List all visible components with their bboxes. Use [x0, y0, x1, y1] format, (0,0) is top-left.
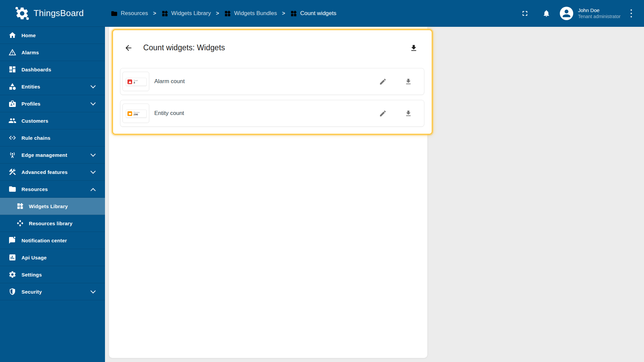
message-icon: [8, 236, 16, 244]
sidebar-item-alarms[interactable]: Alarms: [0, 44, 105, 61]
alarms-icon: [8, 48, 16, 56]
breadcrumb-label: Widgets Library: [171, 10, 211, 17]
chevron-down-icon: [91, 83, 96, 88]
user-info: John Doe Tenant administrator: [578, 7, 621, 19]
topbar-right: John Doe Tenant administrator: [521, 7, 635, 20]
sidebar-item-label: Security: [21, 289, 42, 295]
customers-icon: [8, 117, 16, 125]
main-content: Count widgets: Widgets Total 3 Alarm cou…: [105, 27, 644, 362]
sidebar-item-security[interactable]: Security: [0, 283, 105, 300]
thingsboard-logo-icon: [15, 6, 30, 21]
sidebar-item-notification-center[interactable]: Notification center: [0, 232, 105, 249]
widgets-icon: [161, 10, 168, 17]
widget-preview-text: Device 296: [133, 111, 140, 116]
home-icon: [8, 31, 16, 39]
logo[interactable]: ThingsBoard: [0, 0, 105, 27]
breadcrumb-separator: >: [153, 10, 156, 16]
export-widget-button[interactable]: [401, 106, 416, 121]
sidebar-item-label: Settings: [21, 272, 42, 278]
sidebar-item-advanced-features[interactable]: Advanced features: [0, 164, 105, 181]
sidebar-item-edge-management[interactable]: Edge management: [0, 146, 105, 164]
sidebar-item-label: Resources library: [29, 221, 72, 226]
rulechains-icon: [8, 134, 16, 142]
sidebar-item-widgets-library[interactable]: Widgets Library: [0, 198, 105, 215]
chevron-up-icon: [91, 188, 96, 193]
widget-preview-value: 296: [133, 113, 140, 116]
sidebar-item-label: Rule chains: [21, 135, 50, 141]
profiles-icon: [8, 100, 16, 108]
widgets-icon: [16, 202, 24, 210]
breadcrumb-count-widgets[interactable]: Count widgets: [290, 10, 336, 17]
sidebar-item-api-usage[interactable]: Api Usage: [0, 249, 105, 266]
topbar: Resources>Widgets Library>Widgets Bundle…: [105, 0, 644, 27]
breadcrumb-label: Resources: [121, 10, 148, 17]
fullscreen-icon[interactable]: [521, 9, 529, 17]
sidebar-item-label: Api Usage: [21, 255, 47, 260]
chevron-down-icon: [91, 288, 96, 293]
dashboards-icon: [8, 65, 16, 73]
user-avatar[interactable]: [560, 7, 573, 20]
sidebar-item-label: Edge management: [21, 152, 67, 158]
breadcrumb-label: Count widgets: [300, 10, 336, 17]
sidebar: ThingsBoard HomeAlarmsDashboardsEntities…: [0, 0, 105, 362]
sidebar-item-customers[interactable]: Customers: [0, 112, 105, 129]
folder-icon: [111, 10, 118, 17]
sidebar-nav: HomeAlarmsDashboardsEntitiesProfilesCust…: [0, 27, 105, 300]
breadcrumb: Resources>Widgets Library>Widgets Bundle…: [111, 10, 336, 17]
diamonds-icon: [16, 220, 24, 227]
chevron-down-icon: [91, 168, 96, 174]
breadcrumb-widgets-library[interactable]: Widgets Library: [161, 10, 211, 17]
sidebar-item-home[interactable]: Home: [0, 27, 105, 44]
edit-widget-button[interactable]: [375, 74, 390, 89]
widget-preview-icon: [127, 79, 132, 84]
sidebar-item-rule-chains[interactable]: Rule chains: [0, 129, 105, 146]
sidebar-item-label: Alarms: [21, 50, 39, 55]
tools-icon: [8, 168, 16, 176]
widget-preview: Total 3: [126, 78, 147, 86]
sidebar-item-settings[interactable]: Settings: [0, 266, 105, 283]
sidebar-item-dashboards[interactable]: Dashboards: [0, 61, 105, 78]
sidebar-item-label: Notification center: [21, 238, 67, 243]
folder-icon: [8, 185, 16, 193]
shield-icon: [8, 288, 16, 296]
widgets-panel: Count widgets: Widgets Total 3 Alarm cou…: [109, 27, 427, 358]
sidebar-item-label: Profiles: [21, 101, 41, 107]
sidebar-item-label: Dashboards: [21, 67, 51, 72]
card-header: Count widgets: Widgets: [113, 30, 432, 65]
breadcrumb-label: Widgets Bundles: [234, 10, 277, 17]
sidebar-item-label: Entities: [21, 84, 40, 89]
export-widget-button[interactable]: [401, 74, 416, 89]
sidebar-item-label: Customers: [21, 118, 48, 124]
widget-name: Alarm count: [154, 78, 185, 85]
widget-thumbnail: Total 3: [122, 72, 149, 91]
sidebar-item-entities[interactable]: Entities: [0, 78, 105, 95]
edge-icon: [8, 151, 16, 159]
breadcrumb-widgets-bundles[interactable]: Widgets Bundles: [224, 10, 277, 17]
breadcrumb-separator: >: [282, 10, 285, 16]
widget-preview-icon: [127, 111, 132, 116]
entities-icon: [8, 82, 16, 90]
widgets-icon: [290, 10, 297, 17]
widget-row-entity-count[interactable]: Device 296 Entity count: [120, 100, 424, 127]
edit-widget-button[interactable]: [375, 106, 390, 121]
notifications-bell-icon[interactable]: [542, 9, 550, 17]
count-widgets-card: Count widgets: Widgets Total 3 Alarm cou…: [112, 29, 433, 135]
sidebar-item-resources[interactable]: Resources: [0, 181, 105, 198]
widget-preview: Device 296: [126, 110, 147, 118]
sidebar-item-profiles[interactable]: Profiles: [0, 95, 105, 112]
widget-row-alarm-count[interactable]: Total 3 Alarm count: [120, 68, 424, 95]
back-button[interactable]: [121, 41, 136, 55]
user-name: John Doe: [578, 7, 621, 14]
chart-icon: [8, 253, 16, 261]
more-menu-icon[interactable]: [627, 7, 635, 20]
page-title: Count widgets: Widgets: [143, 43, 225, 52]
chevron-down-icon: [91, 151, 96, 157]
export-bundle-button[interactable]: [406, 41, 421, 55]
widget-preview-value: 3: [133, 81, 138, 84]
sidebar-item-resources-library[interactable]: Resources library: [0, 215, 105, 232]
breadcrumb-separator: >: [216, 10, 219, 16]
gear-icon: [8, 270, 16, 279]
sidebar-item-label: Home: [21, 33, 36, 38]
widgets-icon: [224, 10, 231, 17]
breadcrumb-resources[interactable]: Resources: [111, 10, 148, 17]
